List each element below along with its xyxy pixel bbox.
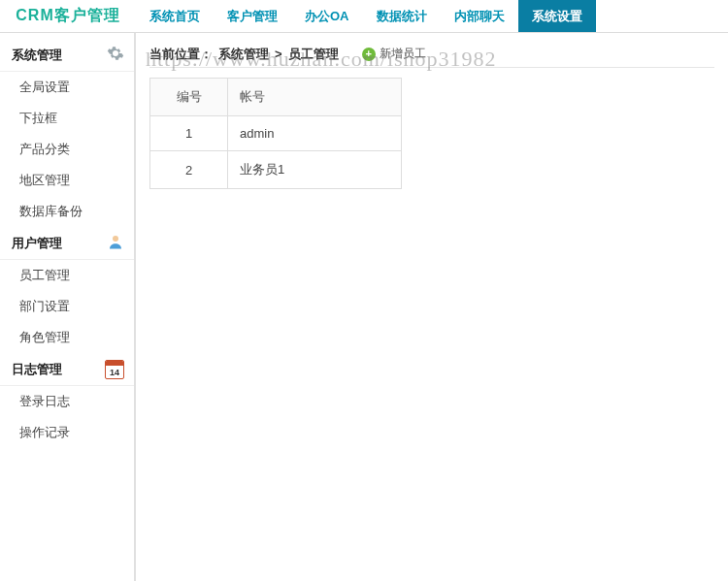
top-nav: 系统首页 客户管理 办公OA 数据统计 内部聊天 系统设置 — [136, 0, 596, 32]
th-id: 编号 — [150, 79, 228, 116]
cell-account: admin — [228, 116, 402, 151]
sidebar-item-staff[interactable]: 员工管理 — [0, 260, 134, 291]
add-staff-button[interactable]: + 新增员工 — [362, 46, 426, 62]
sidebar-group-label: 用户管理 — [12, 235, 62, 252]
plus-icon: + — [362, 48, 376, 61]
sidebar-group-label: 日志管理 — [12, 361, 62, 378]
th-account: 帐号 — [228, 79, 402, 116]
topnav-oa[interactable]: 办公OA — [291, 0, 363, 32]
sidebar-item-dept[interactable]: 部门设置 — [0, 291, 134, 322]
sidebar-group-label: 系统管理 — [12, 47, 62, 64]
calendar-icon: 14 — [105, 360, 124, 379]
sidebar-group-user[interactable]: 用户管理 — [0, 227, 134, 260]
topnav-stats[interactable]: 数据统计 — [363, 0, 441, 32]
staff-table: 编号 帐号 1 admin 2 业务员1 — [149, 78, 402, 189]
sidebar-item-dropdown[interactable]: 下拉框 — [0, 103, 134, 134]
brand-logo: CRM客户管理 — [0, 0, 136, 32]
sidebar-item-op-log[interactable]: 操作记录 — [0, 417, 134, 448]
sidebar-group-system[interactable]: 系统管理 — [0, 39, 134, 72]
breadcrumb-path1[interactable]: 系统管理 — [218, 46, 269, 63]
user-icon — [107, 233, 124, 253]
cell-account: 业务员1 — [228, 151, 402, 189]
breadcrumb-prefix: 当前位置： — [149, 46, 213, 63]
breadcrumb-sep: > — [275, 47, 282, 61]
table-row[interactable]: 2 业务员1 — [150, 151, 402, 189]
content-area: 当前位置： 系统管理 > 员工管理 + 新增员工 编号 帐号 1 admin — [136, 33, 728, 581]
svg-point-0 — [113, 236, 118, 242]
add-staff-label: 新增员工 — [380, 46, 426, 62]
sidebar: 系统管理 全局设置 下拉框 产品分类 地区管理 数据库备份 用户管理 员工管理 … — [0, 33, 136, 581]
topnav-settings[interactable]: 系统设置 — [518, 0, 596, 32]
gear-icon — [107, 45, 124, 65]
top-bar: CRM客户管理 系统首页 客户管理 办公OA 数据统计 内部聊天 系统设置 — [0, 0, 728, 33]
cell-id: 1 — [150, 116, 228, 151]
topnav-chat[interactable]: 内部聊天 — [441, 0, 518, 32]
main-area: 系统管理 全局设置 下拉框 产品分类 地区管理 数据库备份 用户管理 员工管理 … — [0, 33, 728, 581]
breadcrumb: 当前位置： 系统管理 > 员工管理 + 新增员工 — [149, 41, 714, 68]
sidebar-item-login-log[interactable]: 登录日志 — [0, 386, 134, 417]
sidebar-item-product-cat[interactable]: 产品分类 — [0, 134, 134, 165]
sidebar-item-global[interactable]: 全局设置 — [0, 72, 134, 103]
topnav-customer[interactable]: 客户管理 — [214, 0, 291, 32]
sidebar-item-role[interactable]: 角色管理 — [0, 322, 134, 353]
sidebar-group-log[interactable]: 日志管理 14 — [0, 353, 134, 386]
topnav-home[interactable]: 系统首页 — [136, 0, 214, 32]
sidebar-item-region[interactable]: 地区管理 — [0, 165, 134, 196]
table-header-row: 编号 帐号 — [150, 79, 402, 116]
breadcrumb-path2[interactable]: 员工管理 — [288, 46, 339, 63]
sidebar-item-db-backup[interactable]: 数据库备份 — [0, 196, 134, 227]
table-row[interactable]: 1 admin — [150, 116, 402, 151]
cell-id: 2 — [150, 151, 228, 189]
